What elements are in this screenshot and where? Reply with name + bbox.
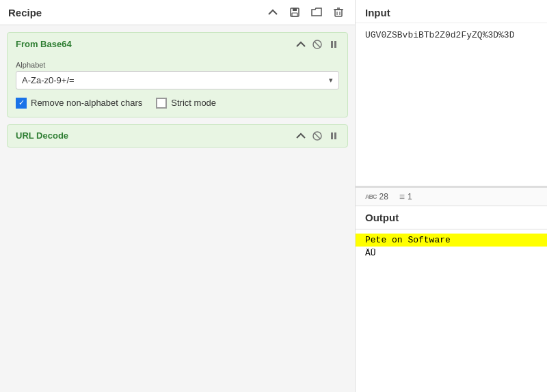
alphabet-select[interactable]: A-Za-z0-9+/= ▾ bbox=[16, 71, 339, 89]
output-line-1: Pete on Software bbox=[356, 234, 547, 247]
stats-bar: ABC 28 ≡ 1 bbox=[356, 187, 547, 206]
char-count-item: ABC 28 bbox=[365, 192, 388, 201]
url-decode-title: URL Decode bbox=[16, 130, 68, 141]
save-icon bbox=[289, 7, 300, 18]
pause-icon bbox=[328, 39, 339, 50]
line-count-item: ≡ 1 bbox=[399, 191, 412, 202]
recipe-content: From Base64 bbox=[0, 25, 355, 392]
remove-nonalpha-label: Remove non-alphabet chars bbox=[31, 98, 142, 108]
svg-rect-1 bbox=[293, 8, 297, 11]
right-panel: Input UGV0ZSBvbiBTb2Z0d2FyZQ%3D%3D ABC 2… bbox=[356, 0, 547, 392]
dropdown-arrow-icon: ▾ bbox=[329, 76, 333, 85]
remove-nonalpha-checkbox-item: ✓ Remove non-alphabet chars bbox=[16, 98, 142, 109]
svg-rect-15 bbox=[334, 132, 336, 139]
from-base64-disable-button[interactable] bbox=[312, 38, 323, 50]
svg-rect-3 bbox=[335, 10, 342, 16]
abc-icon: ABC bbox=[365, 193, 377, 200]
chevron-up-icon bbox=[267, 7, 278, 18]
strict-mode-checkbox-item: Strict mode bbox=[156, 98, 216, 109]
url-decode-pause-button[interactable] bbox=[328, 130, 339, 142]
from-base64-body: Alphabet A-Za-z0-9+/= ▾ ✓ Remove non-alp… bbox=[8, 55, 347, 117]
strict-mode-checkbox[interactable] bbox=[156, 98, 167, 109]
from-base64-title: From Base64 bbox=[16, 39, 72, 49]
from-base64-header: From Base64 bbox=[8, 33, 347, 55]
alphabet-label: Alphabet bbox=[16, 61, 339, 69]
url-decode-disable-button[interactable] bbox=[312, 130, 323, 142]
open-folder-button[interactable] bbox=[308, 5, 325, 19]
checkbox-row: ✓ Remove non-alphabet chars Strict mode bbox=[16, 98, 339, 109]
recipe-title: Recipe bbox=[8, 7, 42, 18]
disable-icon bbox=[312, 39, 323, 50]
svg-rect-10 bbox=[331, 41, 333, 48]
line-icon: ≡ bbox=[399, 191, 405, 202]
output-text-1: Pete on Software bbox=[365, 235, 451, 245]
svg-line-9 bbox=[315, 41, 321, 47]
remove-nonalpha-checkbox[interactable]: ✓ bbox=[16, 98, 27, 109]
checkmark-icon: ✓ bbox=[18, 99, 25, 107]
url-decode-header: URL Decode bbox=[8, 125, 347, 148]
output-section: Output Pete on Software ÄÜ bbox=[356, 206, 547, 393]
from-base64-card: From Base64 bbox=[7, 32, 348, 117]
url-decode-card: URL Decode bbox=[7, 124, 348, 148]
input-section: Input UGV0ZSBvbiBTb2Z0d2FyZQ%3D%3D bbox=[356, 0, 547, 187]
left-panel: Recipe bbox=[0, 0, 356, 392]
input-title: Input bbox=[365, 7, 390, 18]
output-line-2: ÄÜ bbox=[356, 247, 547, 260]
url-decode-controls bbox=[295, 130, 339, 142]
recipe-header: Recipe bbox=[0, 0, 355, 25]
disable-icon bbox=[312, 130, 323, 141]
trash-icon bbox=[333, 7, 344, 18]
strict-mode-label: Strict mode bbox=[171, 98, 216, 108]
delete-button[interactable] bbox=[330, 5, 347, 19]
url-decode-collapse-button[interactable] bbox=[295, 130, 306, 142]
svg-line-13 bbox=[315, 133, 321, 139]
from-base64-collapse-button[interactable] bbox=[295, 38, 306, 50]
output-text-2: ÄÜ bbox=[365, 248, 376, 258]
svg-rect-14 bbox=[331, 132, 333, 139]
recipe-header-icons bbox=[265, 5, 347, 19]
chevron-up-icon bbox=[295, 39, 306, 50]
save-button[interactable] bbox=[286, 5, 303, 19]
folder-icon bbox=[311, 7, 322, 18]
char-count: 28 bbox=[379, 192, 388, 201]
from-base64-controls bbox=[295, 38, 339, 50]
from-base64-pause-button[interactable] bbox=[328, 38, 339, 50]
svg-rect-11 bbox=[334, 41, 336, 48]
output-title: Output bbox=[365, 212, 399, 223]
output-content: Pete on Software ÄÜ bbox=[356, 229, 547, 264]
collapse-recipe-button[interactable] bbox=[265, 5, 281, 19]
input-header: Input bbox=[356, 0, 547, 23]
line-count: 1 bbox=[408, 192, 412, 201]
pause-icon bbox=[328, 130, 339, 141]
input-content[interactable]: UGV0ZSBvbiBTb2Z0d2FyZQ%3D%3D bbox=[356, 23, 547, 186]
output-header: Output bbox=[356, 206, 547, 229]
chevron-up-icon bbox=[295, 130, 306, 141]
